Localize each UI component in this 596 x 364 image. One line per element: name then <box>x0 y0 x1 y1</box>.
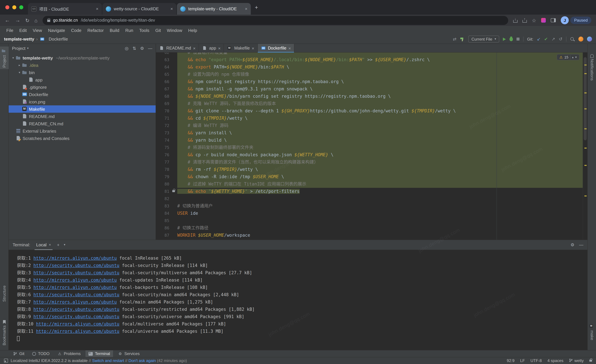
git-branch-widget[interactable]: wetty <box>569 358 584 363</box>
terminal-link[interactable]: http://security.ubuntu.com/ubuntu <box>33 263 119 268</box>
tab-close-icon[interactable]: × <box>252 46 254 51</box>
tree-item-template-wetty[interactable]: ▾template-wetty~/workspace/template-wett… <box>9 54 156 61</box>
code-line[interactable]: 75 # 将源码复制到最终部署的文件夹 <box>156 144 587 151</box>
terminal-link[interactable]: http://security.ubuntu.com/ubuntu <box>33 314 119 319</box>
readonly-toggle-icon[interactable] <box>589 360 592 362</box>
tree-item-readme-cn-md[interactable]: README_CN.md <box>9 120 156 127</box>
tool-window-button-todo[interactable]: TODO <box>30 350 52 357</box>
locate-file-icon[interactable]: ◎ <box>125 46 128 50</box>
collapse-all-icon[interactable]: ⇅ <box>133 46 136 50</box>
code-line[interactable]: 65 # 设置为国内的 npm 仓库镜像 <box>156 71 587 78</box>
menu-refactor[interactable]: Refactor <box>84 28 107 33</box>
zoom-window-button[interactable] <box>19 5 23 9</box>
code-line[interactable]: 87WORKDIR $USER_HOME/workspace <box>156 232 587 239</box>
menu-view[interactable]: View <box>30 28 45 33</box>
tree-item-external-libraries[interactable]: External Libraries <box>9 127 156 135</box>
menu-code[interactable]: Code <box>68 28 84 33</box>
run-button[interactable] <box>503 37 506 41</box>
code-line[interactable]: 82 <box>156 195 587 203</box>
browser-tab-wetty-source-cloudide[interactable]: wetty-source - CloudIDE× <box>103 3 176 15</box>
tool-stripe-notifications-button[interactable]: Notifications <box>588 52 596 82</box>
menu-file[interactable]: File <box>3 28 16 33</box>
tree-item-bin[interactable]: ▾bin <box>9 69 156 76</box>
code-line[interactable]: 67 && npm install -g npm@9.3.1 yarn cnpm… <box>156 85 587 93</box>
code-line[interactable]: 79 && chown -R ide:ide /tmp $USER_HOME \ <box>156 173 587 181</box>
tab-close-icon[interactable]: × <box>193 46 195 51</box>
tree-chevron-icon[interactable]: ▾ <box>11 56 16 59</box>
code-line[interactable]: 77 # 清理不再需要的源文件（当然，也可以采用独立的构建器来构建） <box>156 159 587 166</box>
indent-style[interactable]: 4 spaces <box>547 358 563 363</box>
file-encoding[interactable]: UTF-8 <box>530 358 542 363</box>
code-line[interactable]: 72 # 编译 WeTTY 源码 <box>156 122 587 129</box>
menu-edit[interactable]: Edit <box>16 28 30 33</box>
browser-tab-template-wetty-cloudide[interactable]: template-wetty - CloudIDE× <box>177 3 251 15</box>
save-page-icon[interactable] <box>513 18 518 23</box>
panel-settings-icon[interactable]: ⚙ <box>140 46 144 50</box>
stop-button[interactable] <box>516 37 519 41</box>
code-line[interactable]: 80 # 过滤掉 WeTTY 的端口在 TitanIDE 应用端口列表的展示 <box>156 181 587 188</box>
address-input[interactable]: go.titanide.cn/ide/web/coding/template-w… <box>42 16 508 25</box>
profile-chip[interactable]: J Paused <box>561 16 591 24</box>
tree-item-scratches-and-consoles[interactable]: Scratches and Consoles <box>9 135 156 142</box>
minimize-window-button[interactable] <box>12 5 16 9</box>
tab-close-icon[interactable]: × <box>96 6 98 11</box>
tree-item-readme-md[interactable]: README.md <box>9 113 156 120</box>
share-icon[interactable] <box>522 18 527 23</box>
breadcrumb-project[interactable]: template-wetty <box>4 36 34 42</box>
breadcrumb-file[interactable]: Dockerfile <box>49 36 68 42</box>
home-button[interactable]: ⌂ <box>34 18 37 23</box>
terminal-link[interactable]: http://mirrors.aliyun.com/ubuntu <box>33 256 117 261</box>
editor-tab-dockerfile[interactable]: Dockerfile× <box>258 44 294 52</box>
debug-button[interactable] <box>509 37 513 41</box>
code-line[interactable]: 81 && echo "${WETTY_HOME}" > /etc/port-f… <box>156 188 587 195</box>
git-rollback-icon[interactable]: ↺ <box>559 37 562 41</box>
terminal-tab-local[interactable]: Local × <box>35 240 53 250</box>
hide-panel-icon[interactable]: — <box>148 46 152 50</box>
menu-tools[interactable]: Tools <box>136 28 152 33</box>
menu-build[interactable]: Build <box>107 28 122 33</box>
tree-chevron-icon[interactable]: ▾ <box>17 71 22 74</box>
tool-stripe-structure-button[interactable]: Structure <box>0 284 9 303</box>
tab-close-icon[interactable]: × <box>245 6 247 11</box>
tree-item-dockerfile[interactable]: Dockerfile <box>9 91 156 98</box>
browser-tab-cloudide[interactable]: </>项目 - CloudIDE× <box>28 3 102 15</box>
tool-window-button-git[interactable]: Git <box>10 350 27 357</box>
terminal-output[interactable]: 获取:1 http://mirrors.aliyun.com/ubuntu fo… <box>9 250 587 350</box>
code-line[interactable]: 73 && yarn install \ <box>156 129 587 137</box>
code-line[interactable]: 64 && export PATH=${NODE_HOME}/bin:$PATH… <box>156 64 587 71</box>
close-window-button[interactable] <box>5 5 9 9</box>
code-line[interactable]: 76 && cp -r build node_modules package.j… <box>156 151 587 159</box>
bookmark-star-icon[interactable]: ☆ <box>532 18 536 23</box>
editor-tab-readme-md[interactable]: README.md× <box>156 44 199 52</box>
new-terminal-icon[interactable]: + <box>57 243 60 247</box>
code-line[interactable]: 71 && cd ${TMPDIR}/wetty \ <box>156 115 587 122</box>
terminal-link[interactable]: http://security.ubuntu.com/ubuntu <box>33 270 119 275</box>
back-button[interactable]: ← <box>5 18 10 23</box>
tree-chevron-icon[interactable]: ▸ <box>17 64 22 67</box>
terminal-options-icon[interactable]: ▾ <box>64 243 65 246</box>
tool-window-button-services[interactable]: ⚙Services <box>115 350 143 357</box>
tree-item-icon-png[interactable]: icon.png <box>9 98 156 105</box>
line-separator[interactable]: LF <box>520 358 525 363</box>
git-update-icon[interactable]: ↙ <box>537 37 541 41</box>
error-stripe[interactable] <box>583 52 587 240</box>
git-commit-icon[interactable]: ✔ <box>544 37 548 41</box>
editor-scrollbar[interactable] <box>584 57 587 140</box>
compare-icon[interactable]: ⇄ <box>453 37 456 41</box>
code-line[interactable]: 70 && git clone --branch dev --depth 1 $… <box>156 107 587 115</box>
close-terminal-tab-icon[interactable]: × <box>49 243 51 247</box>
terminal-settings-icon[interactable]: ⚙ <box>571 243 574 247</box>
tab-close-icon[interactable]: × <box>288 46 291 51</box>
tree-item-app[interactable]: app <box>9 76 156 83</box>
next-warning-icon[interactable]: ▾ <box>575 56 577 59</box>
code-line[interactable]: 84USER ide <box>156 210 587 217</box>
dont-ask-link[interactable]: Don't ask again <box>128 358 156 363</box>
terminal-link[interactable]: http://mirrors.aliyun.com/ubuntu <box>36 321 119 327</box>
tool-window-button-terminal[interactable]: Terminal <box>86 350 113 357</box>
inspections-widget[interactable]: ⚠ 15 ▴ ▾ <box>557 54 579 60</box>
code-line[interactable]: 66 && npm config set registry https://re… <box>156 78 587 85</box>
terminal-link[interactable]: http://mirrors.aliyun.com/ubuntu <box>33 299 117 305</box>
code-line[interactable]: 62 # 设置组件环境变量 <box>156 52 587 56</box>
new-tab-button[interactable]: + <box>255 5 258 10</box>
side-panel-icon[interactable] <box>551 18 556 22</box>
